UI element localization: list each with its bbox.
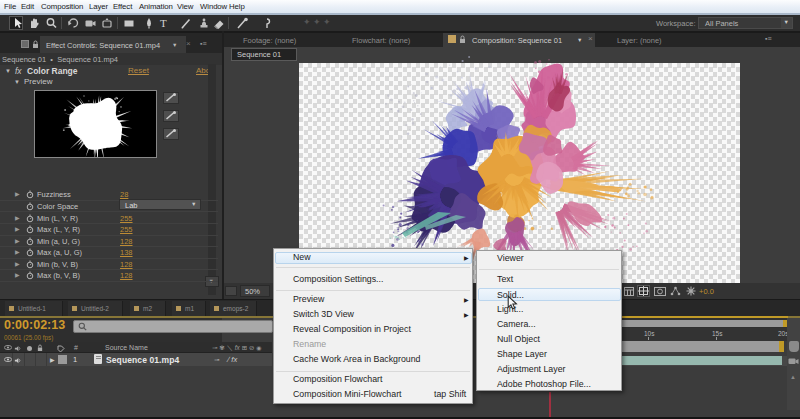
svg-text:T: T: [160, 17, 167, 29]
